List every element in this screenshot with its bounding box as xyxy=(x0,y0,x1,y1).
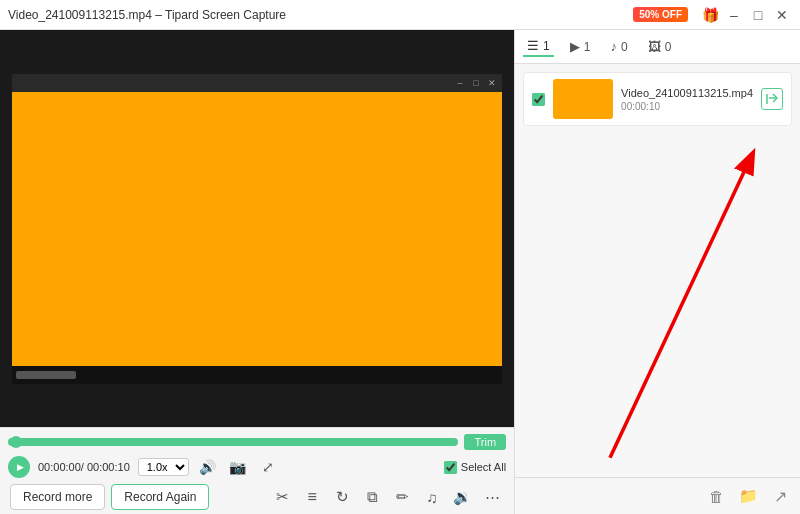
tab-image[interactable]: 🖼 0 xyxy=(644,37,676,56)
promo-badge[interactable]: 50% OFF xyxy=(633,7,688,22)
audio-tab-icon: ♪ xyxy=(610,39,617,54)
right-panel-wrapper: Video_241009113215.mp4 00:00:10 xyxy=(515,64,800,514)
main-layout: – □ ✕ Trim xyxy=(0,30,800,514)
progress-track[interactable] xyxy=(8,438,458,446)
trim-button[interactable]: Trim xyxy=(464,434,506,450)
list-tab-icon: ☰ xyxy=(527,38,539,53)
time-display: 00:00:00/ 00:00:10 xyxy=(38,461,130,473)
video-area: – □ ✕ xyxy=(0,30,514,427)
tab-audio-count: 0 xyxy=(621,40,628,54)
rotate-icon[interactable]: ↻ xyxy=(330,485,354,509)
right-bottom-icons: 🗑 📁 ↗ xyxy=(515,477,800,514)
split-icon[interactable]: ≡ xyxy=(300,485,324,509)
file-name: Video_241009113215.mp4 xyxy=(621,87,753,99)
tab-video[interactable]: ☰ 1 xyxy=(523,36,554,57)
file-item: Video_241009113215.mp4 00:00:10 xyxy=(523,72,792,126)
gift-icon[interactable]: 🎁 xyxy=(700,5,720,25)
more-icon[interactable]: ⋯ xyxy=(480,485,504,509)
file-thumbnail xyxy=(553,79,613,119)
video-close-btn[interactable]: ✕ xyxy=(486,77,498,89)
record-more-button[interactable]: Record more xyxy=(10,484,105,510)
copy-icon[interactable]: ⧉ xyxy=(360,485,384,509)
video-frame: – □ ✕ xyxy=(12,74,502,384)
file-info: Video_241009113215.mp4 00:00:10 xyxy=(621,87,753,112)
select-all-checkbox[interactable] xyxy=(444,461,457,474)
select-all-row: Select All xyxy=(444,461,506,474)
tab-play[interactable]: ▶ 1 xyxy=(566,37,595,56)
bottom-icons: ✂ ≡ ↻ ⧉ ✏ ♫ 🔉 ⋯ xyxy=(270,485,504,509)
export-icon xyxy=(765,92,779,106)
video-bottom-bar xyxy=(12,366,502,384)
file-checkbox[interactable] xyxy=(532,93,545,106)
video-inner-bar: – □ ✕ xyxy=(12,74,502,92)
play-button[interactable]: ▶ xyxy=(8,456,30,478)
minimize-button[interactable]: – xyxy=(724,5,744,25)
file-duration: 00:00:10 xyxy=(621,101,753,112)
record-again-button[interactable]: Record Again xyxy=(111,484,209,510)
video-minimize-btn[interactable]: – xyxy=(454,77,466,89)
progress-row: Trim xyxy=(8,434,506,450)
camera-icon[interactable]: 📷 xyxy=(227,456,249,478)
volume-icon[interactable]: 🔊 xyxy=(197,456,219,478)
delete-icon[interactable]: 🗑 xyxy=(704,484,728,508)
close-button[interactable]: ✕ xyxy=(772,5,792,25)
tab-image-count: 0 xyxy=(665,40,672,54)
right-tabs: ☰ 1 ▶ 1 ♪ 0 🖼 0 xyxy=(515,30,800,64)
action-row: Record more Record Again ✂ ≡ ↻ ⧉ ✏ ♫ 🔉 ⋯ xyxy=(8,484,506,510)
play-tab-icon: ▶ xyxy=(570,39,580,54)
select-all-label[interactable]: Select All xyxy=(461,461,506,473)
progress-thumb[interactable] xyxy=(10,436,22,448)
right-content: Video_241009113215.mp4 00:00:10 xyxy=(515,64,800,477)
window-controls: 50% OFF 🎁 – □ ✕ xyxy=(633,5,792,25)
fullscreen-icon[interactable]: ⤢ xyxy=(257,456,279,478)
record-buttons: Record more Record Again xyxy=(10,484,209,510)
video-progress-small xyxy=(16,371,76,379)
speed-select[interactable]: 1.0x 0.5x 1.5x 2.0x xyxy=(138,458,189,476)
tab-video-count: 1 xyxy=(543,39,550,53)
image-tab-icon: 🖼 xyxy=(648,39,661,54)
export-all-icon[interactable]: ↗ xyxy=(768,484,792,508)
title-bar: Video_241009113215.mp4 – Tipard Screen C… xyxy=(0,0,800,30)
cut-icon[interactable]: ✂ xyxy=(270,485,294,509)
folder-icon[interactable]: 📁 xyxy=(736,484,760,508)
maximize-button[interactable]: □ xyxy=(748,5,768,25)
controls-bar: Trim ▶ 00:00:00/ 00:00:10 1.0x 0.5x 1.5x… xyxy=(0,427,514,514)
left-panel: – □ ✕ Trim xyxy=(0,30,514,514)
right-panel: ☰ 1 ▶ 1 ♪ 0 🖼 0 xyxy=(514,30,800,514)
tab-play-count: 1 xyxy=(584,40,591,54)
tab-audio[interactable]: ♪ 0 xyxy=(606,37,631,56)
play-icon: ▶ xyxy=(17,462,24,472)
video-content xyxy=(12,92,502,366)
audio-edit-icon[interactable]: ♫ xyxy=(420,485,444,509)
video-maximize-btn[interactable]: □ xyxy=(470,77,482,89)
volume-adjust-icon[interactable]: 🔉 xyxy=(450,485,474,509)
window-title: Video_241009113215.mp4 – Tipard Screen C… xyxy=(8,8,286,22)
file-export-button[interactable] xyxy=(761,88,783,110)
edit-icon[interactable]: ✏ xyxy=(390,485,414,509)
playback-row: ▶ 00:00:00/ 00:00:10 1.0x 0.5x 1.5x 2.0x… xyxy=(8,456,506,478)
